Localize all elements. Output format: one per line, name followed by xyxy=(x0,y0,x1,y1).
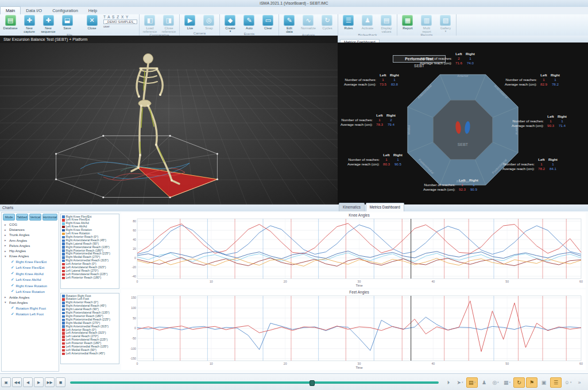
dropdown-caret-icon[interactable]: ▾ xyxy=(570,378,571,387)
chevron-right-icon[interactable]: ▸ xyxy=(5,244,7,247)
chevron-down-icon[interactable]: ▾ xyxy=(5,254,7,258)
layers-icon[interactable]: ☰ xyxy=(550,377,562,388)
go-end-button[interactable]: ▶▶ xyxy=(45,377,55,387)
ribbon-tab-main[interactable]: Main xyxy=(0,6,21,14)
create-event-button[interactable]: ◆Create▾ xyxy=(222,15,239,32)
tree-item-hip-angles[interactable]: ▸Hip Angles xyxy=(2,248,59,253)
tree-child-right-knee-flex-ext[interactable]: ✓Right Knee Flex/Ext xyxy=(2,258,59,264)
samples-dropdown[interactable]: _DEMO SAMPLES_ xyxy=(103,20,137,24)
tree-child-right-knee-ab-ad[interactable]: ✓Right Knee Ab/Ad xyxy=(2,271,59,276)
play-button[interactable]: ▶ xyxy=(34,377,44,387)
close-button[interactable]: ✕Close xyxy=(83,15,100,30)
mode-button-horizontal[interactable]: Horizontal xyxy=(42,214,57,221)
close-reference-button[interactable]: ◨Close reference xyxy=(160,15,177,33)
dropdown-caret-icon[interactable]: ▾ xyxy=(474,378,475,387)
legend-color-swatch xyxy=(62,319,65,322)
check-icon[interactable]: ✓ xyxy=(11,283,14,288)
stop-button[interactable]: ▣ xyxy=(1,377,11,387)
tree-child-right-knee-rotation[interactable]: ✓Right Knee Rotation xyxy=(2,283,59,288)
ribbon-tab-help[interactable]: Help xyxy=(83,7,102,14)
step-back-button[interactable]: ◀ xyxy=(23,377,33,387)
timeline-slider-handle[interactable] xyxy=(310,380,315,386)
check-icon[interactable]: ✓ xyxy=(11,277,14,282)
rules-button[interactable]: ☰Rules xyxy=(340,15,357,30)
new-capture-button[interactable]: ✚New capture xyxy=(21,15,38,33)
save-button[interactable]: ⬓Save xyxy=(59,15,76,30)
new-sequence-button[interactable]: ✚New sequence xyxy=(40,15,57,33)
ribbon-tab-configuration[interactable]: Configuration xyxy=(47,7,83,14)
svg-text:20: 20 xyxy=(284,362,287,365)
chevron-right-icon[interactable]: ▸ xyxy=(5,238,7,242)
chevron-right-icon[interactable]: ▸ xyxy=(5,228,7,231)
rotate-view-icon[interactable]: ↻ xyxy=(513,377,525,388)
tree-item-knee-angles[interactable]: ▾Knee Angles xyxy=(2,253,59,258)
check-icon[interactable]: ✓ xyxy=(11,306,14,310)
display-values-button[interactable]: ▤Display values xyxy=(378,15,395,33)
person-icon[interactable]: ☺▾ xyxy=(563,378,573,387)
mode-button-mode[interactable]: Mode xyxy=(3,214,15,221)
clear-events-button[interactable]: ▭Clear xyxy=(260,15,277,30)
check-icon[interactable]: ✓ xyxy=(11,312,14,316)
export-icon[interactable]: » xyxy=(574,378,585,387)
chevron-right-icon[interactable]: ▸ xyxy=(5,295,7,299)
tree-item-ankle-angles[interactable]: ▸Ankle Angles xyxy=(2,295,59,300)
record-button[interactable]: ◼ xyxy=(56,377,65,387)
report-view-icon[interactable]: ▤▾ xyxy=(466,377,478,388)
edit-data-button[interactable]: ✎Edit data xyxy=(281,15,298,33)
check-icon[interactable]: ✓ xyxy=(11,289,14,294)
auto-event-button[interactable]: ✎Auto xyxy=(241,15,258,30)
database-button[interactable]: ▤Database xyxy=(2,15,19,30)
chevron-right-icon[interactable]: ▸ xyxy=(5,223,7,226)
legend-item[interactable]: Left Posterior Reach (180°) xyxy=(62,276,118,280)
tree-child-left-knee-flex-ext[interactable]: ✓Left Knee Flex/Ext xyxy=(2,265,59,271)
tab-kinematics[interactable]: Kinematics xyxy=(339,203,365,211)
layout-grid-icon[interactable]: ▦▾ xyxy=(502,378,512,387)
check-icon[interactable]: ✓ xyxy=(11,271,14,276)
tree-child-rotation-right-foot[interactable]: ✓Rotation Right Foot xyxy=(2,305,59,311)
live-button[interactable]: ▶Live xyxy=(181,15,199,30)
feet-angles-chart[interactable]: Feet Angles150100500-50-100-150010203040… xyxy=(121,289,586,370)
tab-metrics-dashboard[interactable]: Metrics Dashboard xyxy=(366,203,404,211)
tree-item-cog[interactable]: ▸COG xyxy=(2,222,59,227)
tree-child-rotation-left-foot[interactable]: ✓Rotation Left Foot xyxy=(2,311,59,316)
multi-report-button[interactable]: ▥Multi report xyxy=(418,15,435,33)
tree-child-left-knee-rotation[interactable]: ✓Left Knee Rotation xyxy=(2,288,59,294)
tree-item-distances[interactable]: ▸Distances xyxy=(2,227,59,232)
timeline-slider[interactable] xyxy=(70,381,439,384)
legend-item[interactable]: Left Anteromedial Reach (45°) xyxy=(62,352,118,356)
3d-viewport[interactable]: Star Excursion Balance Test (SEBT) + Pla… xyxy=(0,36,338,204)
tree-item-label: Ankle Angles xyxy=(9,295,29,299)
tree-item-pelvis-angles[interactable]: ▸Pelvis Angles xyxy=(2,243,59,248)
tree-item-arm-angles[interactable]: ▸Arm Angles xyxy=(2,238,59,243)
gallery-button[interactable]: ▧Gallery▾ xyxy=(437,15,454,32)
normalize-button[interactable]: ∿Normalize xyxy=(300,15,317,30)
mode-button-tabbed[interactable]: Tabbed xyxy=(16,214,28,221)
mode-button-vertical[interactable]: Vertical xyxy=(29,214,41,221)
tree-item-feet-angles[interactable]: ▾Feet Angles xyxy=(2,300,59,305)
auto-event-icon: ✎ xyxy=(243,15,254,26)
dropdown-caret-icon[interactable]: ▾ xyxy=(497,378,498,387)
chevron-down-icon[interactable]: ▾ xyxy=(5,300,7,304)
knee-angles-chart[interactable]: Knee Angles806040200-20-400102030405060T… xyxy=(121,213,586,288)
chevron-right-icon[interactable]: ▸ xyxy=(5,249,7,253)
dropdown-caret-icon[interactable]: ▾ xyxy=(462,378,463,387)
activate-button[interactable]: ♟Activate xyxy=(359,15,376,30)
mannequin-icon[interactable]: ♟ xyxy=(479,378,489,387)
tree-item-trunk-angles[interactable]: ▸Trunk Angles xyxy=(2,232,59,237)
check-icon[interactable]: ✓ xyxy=(11,265,14,270)
tree-child-left-knee-ab-ad[interactable]: ✓Left Knee Ab/Ad xyxy=(2,276,59,282)
check-icon[interactable]: ✓ xyxy=(11,260,14,264)
ribbon-tab-data-i-o[interactable]: Data I/O xyxy=(21,7,47,14)
go-start-button[interactable]: ◀◀ xyxy=(12,377,22,387)
play-events-icon[interactable]: ⏵ xyxy=(443,378,454,387)
clapper-icon[interactable]: ▣ xyxy=(539,378,549,387)
dropdown-caret-icon[interactable]: ▾ xyxy=(509,378,510,387)
load-reference-button[interactable]: ◧Load reference xyxy=(141,15,158,33)
snap-button[interactable]: ◎Snap xyxy=(200,15,218,30)
pointer-icon[interactable]: ➤▾ xyxy=(455,378,465,387)
flag-icon[interactable]: ⚑ xyxy=(526,377,537,388)
report-button[interactable]: ▦Report xyxy=(399,15,416,30)
focus-icon[interactable]: ◎▾ xyxy=(490,378,501,387)
cycles-button[interactable]: ↻Cycles xyxy=(319,15,336,30)
chevron-right-icon[interactable]: ▸ xyxy=(5,233,7,237)
